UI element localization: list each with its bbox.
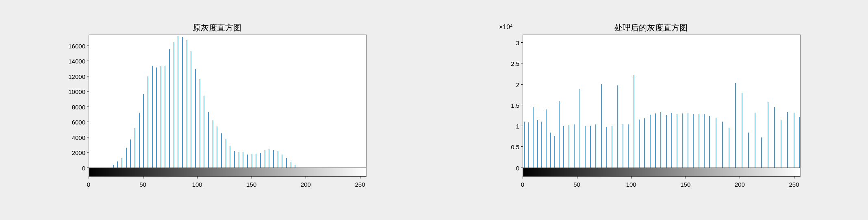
y-axis: 0200040006000800010000120001400016000 [63,35,87,177]
bar [563,126,564,168]
x-tick-label: 150 [680,181,690,188]
y-tick-label: 2.5 [497,60,519,67]
bar [230,146,230,167]
y-tick-label: 4000 [63,134,85,141]
bar [639,120,640,167]
x-tick-label: 0 [521,181,524,188]
bar [650,115,651,167]
bar [541,122,542,167]
y-tick-label: 3 [497,39,519,46]
bar [748,133,749,168]
x-tick-mark [89,176,89,179]
bar [666,115,667,167]
bar [291,162,291,167]
bar [204,96,204,167]
x-tick-label: 150 [246,181,256,188]
x-tick-label: 200 [301,181,311,188]
x-tick-mark [577,176,577,179]
figure: 原灰度直方图 020004000600080001000012000140001… [0,0,868,220]
bar [612,126,612,168]
x-tick-mark [306,176,306,179]
x-tick-mark [360,176,360,179]
y-tick-label: 16000 [63,42,85,49]
bar [117,161,118,168]
y-tick-label: 1.5 [497,102,519,109]
x-tick-mark [523,176,523,179]
y-tick-label: 0.5 [497,144,519,150]
bar [554,136,555,167]
bar [256,154,256,168]
bar [234,151,235,168]
bar [774,107,775,168]
y-tick-label: 10000 [63,88,85,95]
y-exponent: ×10⁴ [499,23,512,31]
bar [787,112,788,168]
bar [169,49,170,168]
bar [533,107,534,168]
bar [693,114,694,167]
x-tick-label: 100 [626,181,636,188]
bars [89,35,366,168]
chart-title: 处理后的灰度直方图 [497,22,805,33]
right-panel: 处理后的灰度直方图 ×10⁴ 00.511.522.53 05010015020… [497,25,805,196]
bar [644,118,645,167]
bar [546,109,547,168]
bar [537,120,538,167]
bar [606,127,607,168]
bar [704,114,705,167]
plot-area [89,35,367,177]
bar [239,152,239,167]
bar [174,42,174,167]
bar [156,68,157,168]
bar [273,150,274,168]
bar [579,89,580,168]
bar [574,124,575,168]
y-tick-label: 0 [497,164,519,171]
bar [195,69,196,167]
bar [699,114,699,167]
bar [761,137,762,167]
bar [569,125,569,168]
bar [135,128,135,168]
x-tick-mark [740,176,740,179]
bar [722,122,723,167]
x-tick-label: 250 [789,181,799,188]
bar [282,155,282,168]
bar [252,154,252,168]
y-tick-label: 6000 [63,119,85,126]
bar [709,116,710,167]
bar [794,113,794,167]
bar [213,120,213,167]
x-tick-label: 250 [355,181,365,188]
bar [148,76,148,168]
bar [729,128,729,168]
bar [735,83,736,168]
bar [528,122,529,167]
y-tick-label: 14000 [63,58,85,65]
bar [688,113,688,167]
bar [187,40,187,168]
bar [126,148,127,167]
chart-title: 原灰度直方图 [63,22,371,33]
bar [628,124,629,168]
bar [182,37,183,167]
x-tick-mark [197,176,197,179]
bar [617,85,618,168]
x-axis: 050100150200250 [89,179,367,196]
x-tick-label: 200 [735,181,745,188]
x-axis: 050100150200250 [523,179,801,196]
bar [742,93,742,167]
y-tick-label: 1 [497,123,519,130]
bar [191,51,191,167]
bar [590,126,591,168]
x-tick-mark [252,176,252,179]
bar [755,113,755,167]
bar [677,114,677,167]
x-tick-mark [143,176,143,179]
y-tick-label: 12000 [63,73,85,80]
bar [269,149,269,168]
bar [200,79,200,167]
bar [781,120,781,167]
bar [178,36,178,167]
bar [243,152,243,167]
